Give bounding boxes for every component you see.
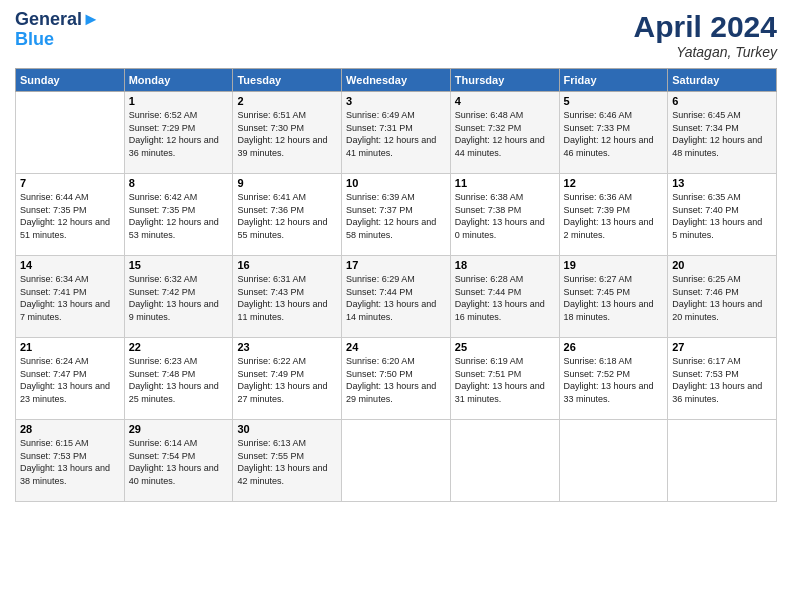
table-row: 18 Sunrise: 6:28 AMSunset: 7:44 PMDaylig… (450, 256, 559, 338)
logo-text: General► (15, 10, 100, 30)
header-monday: Monday (124, 69, 233, 92)
cell-details: Sunrise: 6:48 AMSunset: 7:32 PMDaylight:… (455, 109, 555, 159)
day-number: 20 (672, 259, 772, 271)
table-row (668, 420, 777, 502)
cell-details: Sunrise: 6:49 AMSunset: 7:31 PMDaylight:… (346, 109, 446, 159)
cell-details: Sunrise: 6:13 AMSunset: 7:55 PMDaylight:… (237, 437, 337, 487)
table-row: 3 Sunrise: 6:49 AMSunset: 7:31 PMDayligh… (342, 92, 451, 174)
table-row (559, 420, 668, 502)
table-row: 23 Sunrise: 6:22 AMSunset: 7:49 PMDaylig… (233, 338, 342, 420)
cell-details: Sunrise: 6:41 AMSunset: 7:36 PMDaylight:… (237, 191, 337, 241)
cell-details: Sunrise: 6:24 AMSunset: 7:47 PMDaylight:… (20, 355, 120, 405)
table-row: 6 Sunrise: 6:45 AMSunset: 7:34 PMDayligh… (668, 92, 777, 174)
cell-details: Sunrise: 6:44 AMSunset: 7:35 PMDaylight:… (20, 191, 120, 241)
table-row: 4 Sunrise: 6:48 AMSunset: 7:32 PMDayligh… (450, 92, 559, 174)
day-number: 3 (346, 95, 446, 107)
day-number: 7 (20, 177, 120, 189)
table-row: 22 Sunrise: 6:23 AMSunset: 7:48 PMDaylig… (124, 338, 233, 420)
cell-details: Sunrise: 6:35 AMSunset: 7:40 PMDaylight:… (672, 191, 772, 241)
table-row: 7 Sunrise: 6:44 AMSunset: 7:35 PMDayligh… (16, 174, 125, 256)
table-row: 29 Sunrise: 6:14 AMSunset: 7:54 PMDaylig… (124, 420, 233, 502)
cell-details: Sunrise: 6:20 AMSunset: 7:50 PMDaylight:… (346, 355, 446, 405)
cell-details: Sunrise: 6:39 AMSunset: 7:37 PMDaylight:… (346, 191, 446, 241)
day-number: 30 (237, 423, 337, 435)
day-number: 4 (455, 95, 555, 107)
header: General► Blue April 2024 Yatagan, Turkey (15, 10, 777, 60)
day-number: 23 (237, 341, 337, 353)
table-row: 2 Sunrise: 6:51 AMSunset: 7:30 PMDayligh… (233, 92, 342, 174)
table-row: 15 Sunrise: 6:32 AMSunset: 7:42 PMDaylig… (124, 256, 233, 338)
day-number: 21 (20, 341, 120, 353)
table-row: 12 Sunrise: 6:36 AMSunset: 7:39 PMDaylig… (559, 174, 668, 256)
calendar-row: 7 Sunrise: 6:44 AMSunset: 7:35 PMDayligh… (16, 174, 777, 256)
cell-details: Sunrise: 6:52 AMSunset: 7:29 PMDaylight:… (129, 109, 229, 159)
page: General► Blue April 2024 Yatagan, Turkey… (0, 0, 792, 612)
cell-details: Sunrise: 6:25 AMSunset: 7:46 PMDaylight:… (672, 273, 772, 323)
day-number: 25 (455, 341, 555, 353)
cell-details: Sunrise: 6:27 AMSunset: 7:45 PMDaylight:… (564, 273, 664, 323)
table-row: 24 Sunrise: 6:20 AMSunset: 7:50 PMDaylig… (342, 338, 451, 420)
location-subtitle: Yatagan, Turkey (634, 44, 777, 60)
day-number: 14 (20, 259, 120, 271)
weekday-header-row: Sunday Monday Tuesday Wednesday Thursday… (16, 69, 777, 92)
cell-details: Sunrise: 6:23 AMSunset: 7:48 PMDaylight:… (129, 355, 229, 405)
day-number: 1 (129, 95, 229, 107)
table-row: 27 Sunrise: 6:17 AMSunset: 7:53 PMDaylig… (668, 338, 777, 420)
cell-details: Sunrise: 6:42 AMSunset: 7:35 PMDaylight:… (129, 191, 229, 241)
cell-details: Sunrise: 6:31 AMSunset: 7:43 PMDaylight:… (237, 273, 337, 323)
day-number: 16 (237, 259, 337, 271)
table-row: 5 Sunrise: 6:46 AMSunset: 7:33 PMDayligh… (559, 92, 668, 174)
calendar-row: 14 Sunrise: 6:34 AMSunset: 7:41 PMDaylig… (16, 256, 777, 338)
table-row: 9 Sunrise: 6:41 AMSunset: 7:36 PMDayligh… (233, 174, 342, 256)
calendar-row: 21 Sunrise: 6:24 AMSunset: 7:47 PMDaylig… (16, 338, 777, 420)
cell-details: Sunrise: 6:19 AMSunset: 7:51 PMDaylight:… (455, 355, 555, 405)
header-tuesday: Tuesday (233, 69, 342, 92)
cell-details: Sunrise: 6:34 AMSunset: 7:41 PMDaylight:… (20, 273, 120, 323)
cell-details: Sunrise: 6:14 AMSunset: 7:54 PMDaylight:… (129, 437, 229, 487)
table-row: 20 Sunrise: 6:25 AMSunset: 7:46 PMDaylig… (668, 256, 777, 338)
day-number: 2 (237, 95, 337, 107)
month-title: April 2024 (634, 10, 777, 44)
day-number: 24 (346, 341, 446, 353)
table-row: 10 Sunrise: 6:39 AMSunset: 7:37 PMDaylig… (342, 174, 451, 256)
day-number: 10 (346, 177, 446, 189)
cell-details: Sunrise: 6:38 AMSunset: 7:38 PMDaylight:… (455, 191, 555, 241)
calendar-row: 1 Sunrise: 6:52 AMSunset: 7:29 PMDayligh… (16, 92, 777, 174)
cell-details: Sunrise: 6:22 AMSunset: 7:49 PMDaylight:… (237, 355, 337, 405)
day-number: 17 (346, 259, 446, 271)
table-row (342, 420, 451, 502)
day-number: 19 (564, 259, 664, 271)
table-row: 8 Sunrise: 6:42 AMSunset: 7:35 PMDayligh… (124, 174, 233, 256)
header-saturday: Saturday (668, 69, 777, 92)
cell-details: Sunrise: 6:45 AMSunset: 7:34 PMDaylight:… (672, 109, 772, 159)
table-row: 28 Sunrise: 6:15 AMSunset: 7:53 PMDaylig… (16, 420, 125, 502)
table-row (450, 420, 559, 502)
cell-details: Sunrise: 6:18 AMSunset: 7:52 PMDaylight:… (564, 355, 664, 405)
day-number: 28 (20, 423, 120, 435)
cell-details: Sunrise: 6:28 AMSunset: 7:44 PMDaylight:… (455, 273, 555, 323)
day-number: 26 (564, 341, 664, 353)
day-number: 5 (564, 95, 664, 107)
cell-details: Sunrise: 6:32 AMSunset: 7:42 PMDaylight:… (129, 273, 229, 323)
table-row: 1 Sunrise: 6:52 AMSunset: 7:29 PMDayligh… (124, 92, 233, 174)
table-row: 19 Sunrise: 6:27 AMSunset: 7:45 PMDaylig… (559, 256, 668, 338)
day-number: 27 (672, 341, 772, 353)
day-number: 8 (129, 177, 229, 189)
title-block: April 2024 Yatagan, Turkey (634, 10, 777, 60)
table-row: 16 Sunrise: 6:31 AMSunset: 7:43 PMDaylig… (233, 256, 342, 338)
header-friday: Friday (559, 69, 668, 92)
day-number: 9 (237, 177, 337, 189)
table-row: 14 Sunrise: 6:34 AMSunset: 7:41 PMDaylig… (16, 256, 125, 338)
table-row (16, 92, 125, 174)
calendar-row: 28 Sunrise: 6:15 AMSunset: 7:53 PMDaylig… (16, 420, 777, 502)
logo-subtext: Blue (15, 30, 100, 50)
calendar-table: Sunday Monday Tuesday Wednesday Thursday… (15, 68, 777, 502)
table-row: 25 Sunrise: 6:19 AMSunset: 7:51 PMDaylig… (450, 338, 559, 420)
logo: General► Blue (15, 10, 100, 50)
table-row: 17 Sunrise: 6:29 AMSunset: 7:44 PMDaylig… (342, 256, 451, 338)
header-wednesday: Wednesday (342, 69, 451, 92)
cell-details: Sunrise: 6:46 AMSunset: 7:33 PMDaylight:… (564, 109, 664, 159)
header-sunday: Sunday (16, 69, 125, 92)
cell-details: Sunrise: 6:17 AMSunset: 7:53 PMDaylight:… (672, 355, 772, 405)
day-number: 18 (455, 259, 555, 271)
